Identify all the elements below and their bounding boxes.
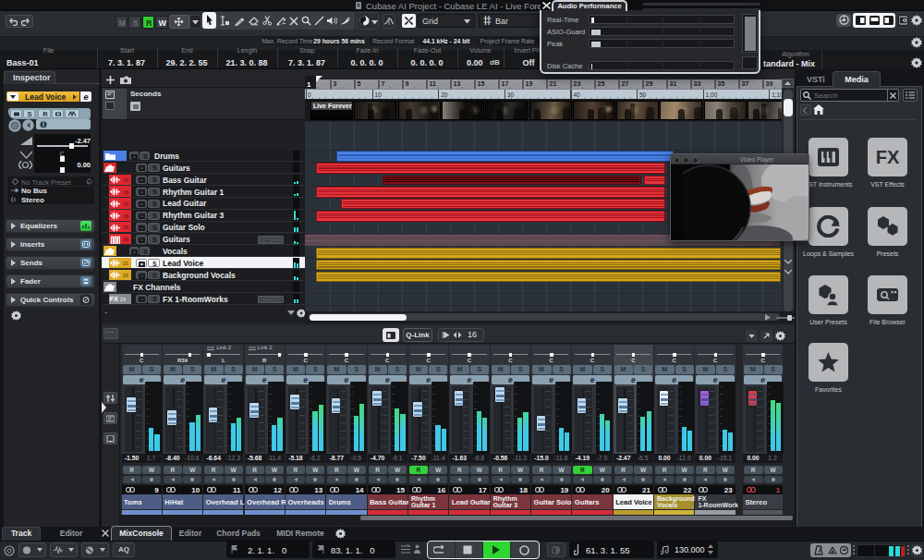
svg-text:FX: FX	[876, 147, 899, 167]
